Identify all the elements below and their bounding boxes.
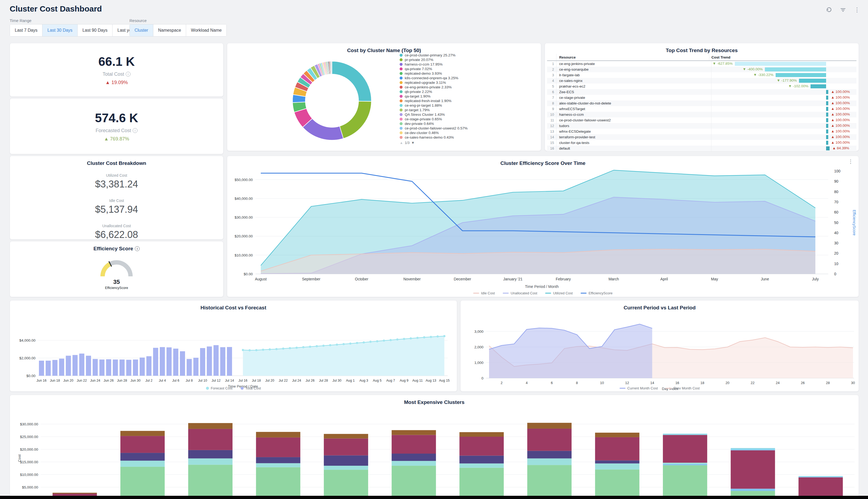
svg-text:$10,000.00: $10,000.00	[234, 253, 253, 257]
trend-bar	[735, 62, 826, 66]
row-resource: lr-fargate-lab	[556, 72, 711, 78]
donut-legend-item-qa-target[interactable]: qa-target 1.90%	[400, 94, 467, 99]
idle-cost-value: $5,137.94	[10, 204, 223, 215]
legend-item-idle-cost[interactable]: Idle Cost	[473, 291, 495, 295]
time-range-last-7-days[interactable]: Last 7 Days	[10, 24, 42, 36]
svg-text:August: August	[255, 277, 267, 281]
legend-dot-icon	[400, 72, 403, 75]
donut-legend-item-qa-stress-cluster[interactable]: QA Stress Cluster 1.43%	[400, 112, 467, 117]
table-row-cluster-for-qa-tests: 15cluster-for-qa-tests▲ 100.00%	[547, 140, 856, 146]
filter-icon[interactable]	[840, 7, 846, 13]
trend-value: ▲ 100.00%	[831, 107, 850, 111]
donut-legend-item-k8s-connected-onprem-qa[interactable]: k8s-connected-onprem-qa 3.25%	[400, 76, 467, 80]
svg-text:16: 16	[675, 381, 679, 385]
donut-legend-item-pr-target[interactable]: pr-target 1.79%	[400, 108, 467, 112]
donut-legend-item-qa-private[interactable]: qa-private 7.02%	[400, 66, 467, 71]
efficiency-over-time-panel: Cluster Efficiency Score Over Time ⋮ $0.…	[227, 156, 859, 297]
legend-page-down-icon[interactable]: ▼	[411, 141, 415, 145]
svg-text:February: February	[556, 277, 571, 281]
row-cost-trend: ▲ 100.00%	[711, 117, 856, 123]
row-rank: 6	[547, 90, 554, 94]
donut-legend-item-pr-private[interactable]: pr-private 20.07%	[400, 58, 467, 62]
legend-page-up-icon[interactable]: ▲	[400, 141, 403, 145]
svg-text:September: September	[302, 277, 320, 281]
panel-title: Cluster Cost Breakdown	[10, 156, 223, 166]
svg-text:EfficiencyScore: EfficiencyScore	[105, 286, 128, 290]
trend-bar	[826, 146, 830, 150]
time-range-last-90-days[interactable]: Last 90 Days	[77, 24, 112, 36]
legend-dot-icon	[400, 127, 403, 130]
trend-value: ▼ -177.90%	[777, 78, 797, 83]
screen-edge-strip	[0, 496, 868, 499]
trend-bar	[826, 96, 828, 100]
donut-legend-item-ce-sales-harness-demo[interactable]: ce-sales-harness-demo 0.43%	[400, 135, 467, 139]
legend-item-total-cost[interactable]: Total Cost	[241, 386, 261, 390]
donut-slice-pr-private[interactable]	[340, 101, 371, 138]
total-cost-value: 66.1 K	[98, 54, 135, 69]
donut-legend-item-ce-dev-cluster[interactable]: ce-dev-cluster 0.46%	[400, 131, 467, 135]
row-rank: 8	[547, 101, 554, 105]
svg-text:Time Period / Month: Time Period / Month	[525, 284, 559, 289]
resource-group: ClusterNamespaceWorkload Name	[130, 24, 227, 37]
svg-text:April: April	[660, 277, 668, 281]
trend-value: ▲ 100.00%	[831, 135, 850, 139]
time-range-last-30-days[interactable]: Last 30 Days	[42, 24, 77, 36]
total-cost-label: Total Costi	[102, 71, 131, 77]
panel-title: Efficiency Scorei	[10, 241, 223, 252]
resource-cluster[interactable]: Cluster	[130, 24, 153, 36]
donut-slice-ce-prod-cluster-primary[interactable]	[332, 61, 371, 101]
svg-text:January '21: January '21	[503, 277, 523, 281]
legend-item-efficiencyscore[interactable]: EfficiencyScore	[580, 291, 612, 295]
row-resource: wfmxECSTarget	[556, 106, 711, 112]
svg-text:Aug 1: Aug 1	[346, 379, 355, 382]
info-icon[interactable]: i	[126, 72, 131, 76]
resource-workload-name[interactable]: Workload Name	[186, 24, 227, 36]
row-cost-trend: ▲ 100.00%	[711, 89, 856, 95]
legend-item-unallocated-cost[interactable]: Unallocated Cost	[503, 291, 537, 295]
donut-legend-item-ce-prod-cluster-failover-uswest2[interactable]: ce-prod-cluster-failover-uswest2 0.57%	[400, 126, 467, 131]
column-header-cost-trend[interactable]: Cost Trend	[709, 54, 856, 60]
donut-legend-item-replicated-demo[interactable]: replicated-demo 3.93%	[400, 71, 467, 76]
donut-legend-item-ce-stage-private[interactable]: ce-stage-private 0.65%	[400, 117, 467, 121]
refresh-icon[interactable]	[826, 7, 833, 13]
donut-slice-other[interactable]	[331, 61, 332, 74]
current-vs-last-period-panel: Current Period vs Last Period 01,0002,00…	[460, 300, 859, 392]
svg-text:$30,000.00: $30,000.00	[20, 422, 38, 426]
svg-text:Jul 24: Jul 24	[292, 379, 301, 382]
table-row-ce-eng-sonarqube: 2ce-eng-sonarqube▼ -400.00%	[547, 66, 856, 72]
legend-item-forecast-cost[interactable]: Forecast Cost	[206, 386, 233, 390]
svg-text:Jul 22: Jul 22	[279, 379, 288, 382]
forecasted-cost-label: Forecasted Costi	[96, 128, 137, 133]
kebab-menu-icon[interactable]: ⋮	[854, 7, 860, 13]
legend-dot-icon	[400, 90, 403, 93]
donut-legend-item-ce-eng-jenkins-private[interactable]: ce-eng-jenkins-private 2.33%	[400, 85, 467, 89]
donut-legend-item-ce-eng-pr-target[interactable]: ce-eng-pr-target 1.88%	[400, 103, 467, 108]
legend-item-current-month-cost[interactable]: Current Month Cost	[620, 386, 658, 390]
row-resource: terraform-provider-test	[556, 134, 711, 140]
unallocated-cost-value: $6,622.08	[10, 229, 223, 240]
trend-bar	[826, 130, 828, 133]
resource-namespace[interactable]: Namespace	[153, 24, 186, 36]
svg-text:Jul 28: Jul 28	[319, 379, 328, 382]
donut-legend-item-ce-prod-cluster-primary[interactable]: ce-prod-cluster-primary 25.27%	[400, 53, 467, 58]
svg-text:Jun 30: Jun 30	[131, 379, 141, 382]
svg-text:2,000: 2,000	[474, 345, 484, 349]
cost-trend-table: ResourceCost Trend1ce-eng-jenkins-privat…	[547, 54, 856, 151]
svg-text:Jun 24: Jun 24	[90, 379, 100, 382]
donut-legend-item-qb-private[interactable]: qb-private 2.22%	[400, 89, 467, 94]
row-cost-trend: ▼ -330.22%	[711, 72, 856, 78]
row-cost-trend: ▲ 84.39%	[711, 146, 856, 151]
svg-text:Jul 2: Jul 2	[145, 379, 152, 382]
donut-legend-item-replicated-upgrade[interactable]: replicated-upgrade 3.11%	[400, 80, 467, 85]
donut-legend-item-replicated-fresh-install[interactable]: replicated-fresh-install 1.90%	[400, 99, 467, 103]
legend-item-utilized-cost[interactable]: Utilized Cost	[545, 291, 573, 295]
donut-legend-item-harness-ci-ccm[interactable]: harness-ci-ccm 17.95%	[400, 62, 467, 66]
legend-item-prev-month-cost[interactable]: Prev Month Cost	[666, 386, 700, 390]
most-expensive-clusters-panel: Most Expensive Clusters $5,000.00$10,000…	[10, 395, 859, 499]
trend-value: ▼ -102.00%	[788, 84, 808, 88]
svg-text:Jul 18: Jul 18	[252, 379, 261, 382]
donut-legend-item-dev-private[interactable]: dev-private 0.64%	[400, 121, 467, 126]
info-icon[interactable]: i	[133, 128, 137, 133]
column-header-resource[interactable]: Resource	[556, 54, 709, 60]
legend-dot-icon	[400, 81, 403, 84]
